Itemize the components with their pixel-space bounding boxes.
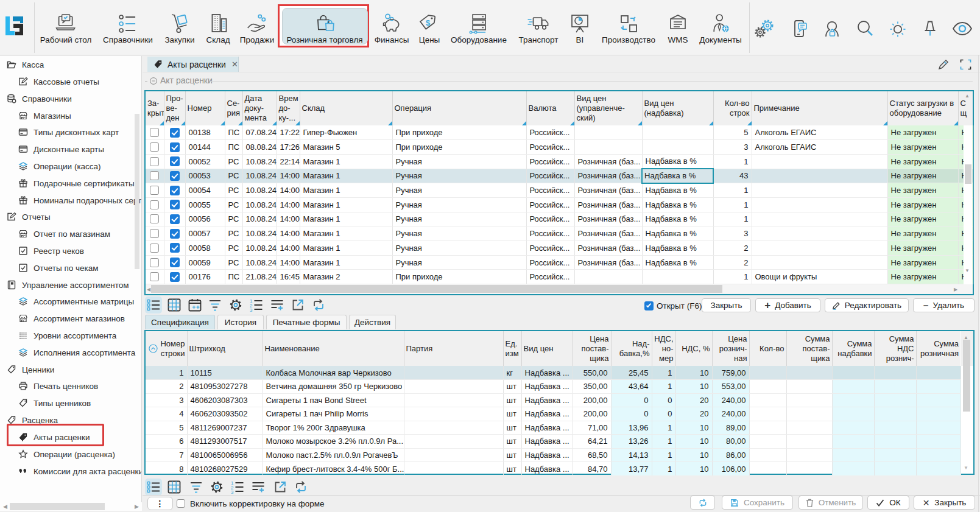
svg-text:$: $	[426, 18, 431, 27]
